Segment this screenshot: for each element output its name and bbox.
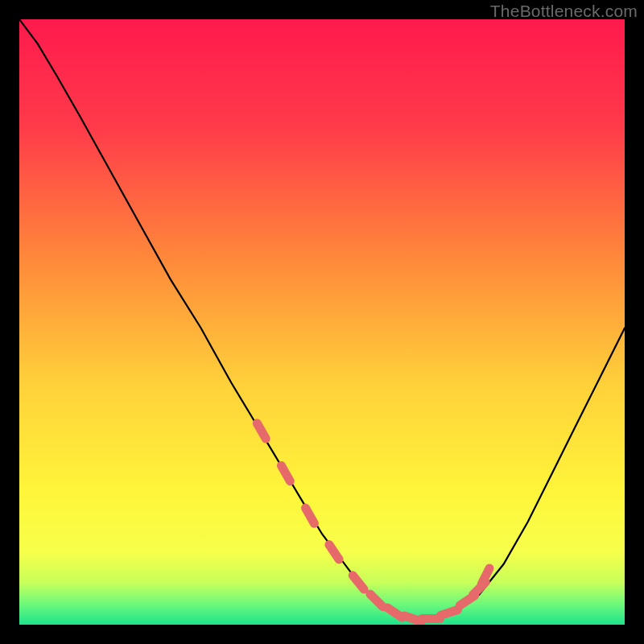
bottleneck-chart <box>19 19 625 625</box>
watermark-text: TheBottleneck.com <box>490 2 638 21</box>
chart-frame <box>19 19 625 625</box>
marker-dash <box>441 610 458 616</box>
